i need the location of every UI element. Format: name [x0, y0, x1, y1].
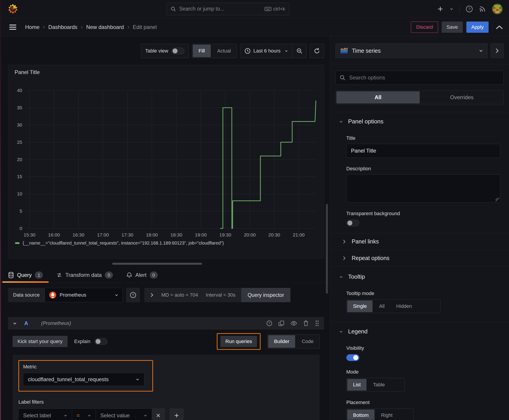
tab-overrides[interactable]: Overrides — [420, 91, 504, 104]
bell-icon — [126, 272, 132, 278]
legend-mode-table-option[interactable]: Table — [367, 378, 391, 391]
help-circle-icon[interactable]: ? — [266, 320, 273, 326]
chevron-down-icon[interactable] — [13, 321, 17, 326]
svg-text:17:30: 17:30 — [122, 232, 133, 237]
legend-mode-switch: List Table — [346, 378, 405, 391]
drag-handle-icon[interactable] — [315, 320, 319, 327]
legend-placement-bottom-option[interactable]: Bottom — [347, 409, 375, 420]
zoom-out-icon[interactable] — [292, 44, 307, 58]
resize-handle-icon[interactable] — [495, 198, 499, 202]
eye-icon[interactable] — [290, 320, 297, 326]
datasource-picker[interactable]: Prometheus — [45, 288, 123, 302]
time-series-chart[interactable]: 051015202530354015:3016:0016:3017:0017:3… — [8, 85, 324, 240]
refresh-icon[interactable] — [310, 44, 324, 58]
grafana-logo-icon[interactable] — [8, 3, 18, 15]
panel-description-textarea[interactable] — [346, 174, 500, 202]
chevron-down-icon — [88, 414, 91, 417]
transparent-background-toggle[interactable] — [346, 220, 359, 226]
datasource-help-button[interactable]: ? — [126, 288, 140, 302]
builder-option[interactable]: Builder — [268, 335, 295, 348]
options-search-input[interactable] — [349, 74, 500, 81]
explain-toggle[interactable] — [94, 338, 107, 345]
remove-filter-button[interactable] — [152, 409, 165, 420]
datasource-name: Prometheus — [60, 292, 86, 298]
panel-preview[interactable]: Panel Title 051015202530354015:3016:0016… — [8, 65, 324, 259]
user-avatar[interactable] — [492, 4, 503, 14]
breadcrumb-new-dashboard[interactable]: New dashboard — [86, 24, 124, 30]
options-search-row — [330, 64, 509, 85]
tooltip-section-header[interactable]: Tooltip — [330, 267, 509, 283]
svg-text:20:00: 20:00 — [244, 232, 256, 237]
tooltip-single-option[interactable]: Single — [347, 300, 372, 312]
repeat-options-section-header[interactable]: Repeat options — [330, 250, 509, 266]
collapse-sidebar-button[interactable] — [491, 44, 504, 58]
chart-legend[interactable]: {__name__="cloudflared_tunnel_total_requ… — [15, 240, 224, 246]
panel-options-section-header[interactable]: Panel options — [330, 112, 509, 127]
operator-dropdown[interactable]: = — [72, 409, 96, 420]
run-queries-button[interactable]: Run queries — [220, 336, 257, 347]
metric-select[interactable]: cloudflared_tunnel_total_requests — [23, 373, 144, 386]
visualization-picker[interactable]: Time series — [335, 44, 487, 58]
menu-icon[interactable] — [9, 24, 17, 30]
legend-mode-list-option[interactable]: List — [347, 379, 366, 391]
label-filter-row: Select label = Select value — [18, 409, 314, 420]
legend-visibility-field: Visibility — [330, 345, 509, 361]
query-row-header[interactable]: A (Prometheus) ? — [8, 317, 324, 330]
tab-transform-data[interactable]: Transform data 0 — [51, 271, 119, 283]
query-options-strip[interactable]: MD = auto = 704 Interval = 30s — [144, 288, 242, 302]
legend-placement-right-option[interactable]: Right — [375, 409, 398, 420]
datasource-label: Data source — [8, 288, 45, 302]
legend-visibility-toggle[interactable] — [346, 354, 359, 361]
apply-button[interactable]: Apply — [466, 22, 489, 33]
panel-links-section-header[interactable]: Panel links — [330, 233, 509, 250]
tooltip-hidden-option[interactable]: Hidden — [390, 300, 418, 313]
tab-all-options[interactable]: All — [336, 91, 420, 104]
code-option[interactable]: Code — [296, 335, 319, 348]
actual-option[interactable]: Actual — [211, 44, 237, 58]
save-button[interactable]: Save — [442, 22, 463, 33]
time-range-picker[interactable]: Last 6 hours — [240, 44, 292, 58]
chevron-down-icon — [339, 330, 343, 334]
query-inspector-button[interactable]: Query inspector — [241, 288, 290, 302]
legend-section-header[interactable]: Legend — [330, 322, 509, 337]
chevron-right-icon: › — [43, 24, 45, 30]
panel-resize-handle[interactable] — [112, 263, 202, 265]
tab-transform-label: Transform data — [65, 272, 102, 278]
discard-button[interactable]: Discard — [411, 22, 438, 33]
panel-edit-actions: Discard Save Apply — [411, 22, 503, 33]
active-tab-underline — [2, 281, 49, 283]
select-value-dropdown[interactable]: Select value — [96, 409, 152, 420]
chevron-right-icon — [343, 239, 346, 244]
tab-alert-label: Alert — [135, 272, 146, 278]
chevron-down-icon[interactable] — [449, 7, 454, 11]
news-icon[interactable] — [479, 5, 486, 13]
vertical-scrollbar[interactable] — [326, 204, 328, 294]
chevron-down-icon — [479, 48, 483, 53]
breadcrumb-home[interactable]: Home — [25, 24, 39, 30]
trash-icon[interactable] — [303, 320, 309, 326]
select-label-dropdown[interactable]: Select label — [18, 409, 72, 420]
options-search-box[interactable] — [335, 71, 504, 85]
legend-series-label[interactable]: {__name__="cloudflared_tunnel_total_requ… — [23, 240, 224, 246]
transparent-toggle-row — [330, 217, 509, 233]
duplicate-icon[interactable] — [278, 320, 285, 326]
collapse-header-icon[interactable] — [496, 25, 503, 29]
search-shortcut: ctrl+k — [265, 6, 285, 12]
table-view-toggle[interactable] — [171, 48, 184, 54]
tooltip-all-option[interactable]: All — [373, 300, 390, 313]
grafana-edit-panel-page: ctrl+k ? — [0, 0, 509, 420]
tab-alert[interactable]: Alert 0 — [121, 271, 163, 283]
add-button[interactable] — [437, 6, 444, 12]
search-input[interactable] — [179, 6, 262, 12]
kick-start-query-button[interactable]: Kick start your query — [13, 336, 68, 347]
panel-title-input[interactable] — [346, 144, 500, 158]
add-filter-button[interactable] — [170, 409, 183, 420]
fill-option[interactable]: Fill — [193, 45, 211, 57]
tab-query[interactable]: Query 1 — [2, 271, 49, 283]
global-search-box[interactable]: ctrl+k — [167, 3, 289, 15]
transparent-background-field: Transparent background — [330, 211, 509, 217]
top-nav: ctrl+k ? — [0, 0, 509, 18]
breadcrumb-dashboards[interactable]: Dashboards — [48, 24, 77, 30]
help-button[interactable]: ? — [465, 5, 473, 13]
datasource-row: Data source Prometheus ? — [8, 288, 330, 302]
